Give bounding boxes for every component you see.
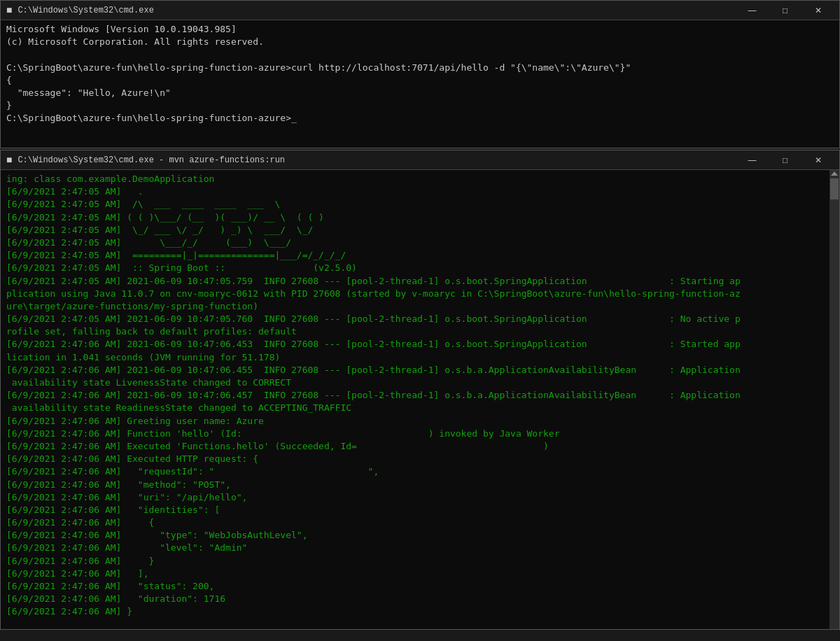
terminal-text-bottom: ing: class com.example.DemoApplication […: [6, 173, 824, 619]
close-button-top[interactable]: ✕: [802, 3, 834, 17]
titlebar-bottom: ■ C:\Windows\System32\cmd.exe - mvn azur…: [1, 150, 839, 170]
cmd-icon-bottom: ■: [6, 155, 12, 166]
scroll-up-arrow[interactable]: [831, 171, 838, 176]
minimize-button-top[interactable]: —: [736, 3, 768, 17]
scrollbar-bottom[interactable]: [830, 170, 839, 629]
titlebar-title-top: C:\Windows\System32\cmd.exe: [18, 6, 731, 15]
terminal-text-top: Microsoft Windows [Version 10.0.19043.98…: [6, 23, 834, 125]
titlebar-buttons-bottom: — □ ✕: [736, 153, 834, 167]
terminal-content-bottom: ing: class com.example.DemoApplication […: [1, 170, 830, 629]
cmd-window-top: ■ C:\Windows\System32\cmd.exe — □ ✕ Micr…: [0, 0, 840, 148]
titlebar-top: ■ C:\Windows\System32\cmd.exe — □ ✕: [1, 1, 839, 20]
titlebar-title-bottom: C:\Windows\System32\cmd.exe - mvn azure-…: [18, 155, 731, 165]
maximize-button-bottom[interactable]: □: [769, 153, 801, 167]
minimize-button-bottom[interactable]: —: [736, 153, 768, 167]
close-button-bottom[interactable]: ✕: [802, 153, 834, 167]
maximize-button-top[interactable]: □: [769, 3, 801, 17]
terminal-content-top: Microsoft Windows [Version 10.0.19043.98…: [1, 20, 839, 148]
scrollbar-thumb[interactable]: [830, 178, 839, 199]
titlebar-buttons-top: — □ ✕: [736, 3, 834, 17]
cmd-icon: ■: [6, 5, 12, 16]
cmd-window-bottom: ■ C:\Windows\System32\cmd.exe - mvn azur…: [0, 150, 840, 630]
